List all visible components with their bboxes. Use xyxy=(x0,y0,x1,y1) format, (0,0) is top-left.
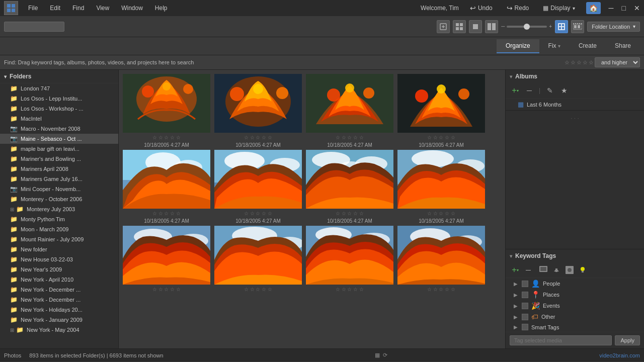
single-view-button[interactable] xyxy=(469,20,482,33)
keyword-item-places[interactable]: ▶ 📍 Places xyxy=(506,289,644,300)
sidebar-item-20[interactable]: 📁 New York - December ... xyxy=(0,285,118,295)
photo-cell[interactable]: ☆ ☆ ☆ ☆ ☆ 10/18/2005 4:27 AM xyxy=(306,150,393,224)
keyword-checkbox-places[interactable] xyxy=(522,292,528,298)
star-rating[interactable]: ☆ ☆ ☆ ☆ ☆ xyxy=(152,287,181,292)
status-icon-rotate[interactable]: ⟳ xyxy=(383,352,387,358)
keyword-item-smart-tags[interactable]: ▶ Smart Tags xyxy=(506,322,644,332)
star-5[interactable]: ☆ xyxy=(589,59,594,66)
sidebar-item-0[interactable]: 📁 London 747 xyxy=(0,83,118,94)
keyword-checkbox-smart[interactable] xyxy=(522,324,528,330)
sidebar-item-2[interactable]: 📁 Los Osos - Workshop - ... xyxy=(0,104,118,114)
tab-organize[interactable]: Organize xyxy=(497,39,539,53)
albums-remove-button[interactable]: ─ xyxy=(524,85,535,96)
albums-header[interactable]: ▾ Albums xyxy=(506,70,644,83)
keyword-checkbox-people[interactable] xyxy=(522,281,528,287)
star-rating[interactable]: ☆ ☆ ☆ ☆ ☆ xyxy=(336,211,364,216)
sidebar-item-18[interactable]: 📁 New Year's 2009 xyxy=(0,264,118,275)
keyword-checkbox-other[interactable] xyxy=(522,314,528,320)
sidebar-item-10[interactable]: 📷 Mini Cooper - Novemb... xyxy=(0,184,118,194)
sidebar-item-11[interactable]: 📁 Monterey - October 2006 xyxy=(0,194,118,204)
maximize-button[interactable]: □ xyxy=(622,4,626,12)
tab-share[interactable]: Share xyxy=(606,39,640,53)
star-4[interactable]: ☆ xyxy=(583,59,588,66)
sidebar-item-8[interactable]: 📁 Mariners April 2008 xyxy=(0,164,118,174)
photo-cell[interactable]: ☆ ☆ ☆ ☆ ☆ xyxy=(397,226,485,294)
photo-cell[interactable]: ☆ ☆ ☆ ☆ ☆ xyxy=(214,226,302,294)
dual-view-button[interactable] xyxy=(485,20,498,33)
tab-fix[interactable]: Fix ▾ xyxy=(539,39,570,53)
star-rating[interactable]: ☆ ☆ ☆ ☆ ☆ xyxy=(336,135,364,140)
sidebar-item-14[interactable]: 📁 Moon - March 2009 xyxy=(0,224,118,234)
menu-window[interactable]: Window xyxy=(119,4,145,13)
star-rating[interactable]: ☆ ☆ ☆ ☆ ☆ xyxy=(427,287,455,292)
photo-cell[interactable]: ☆ ☆ ☆ ☆ ☆ 10/18/2005 4:27 AM xyxy=(123,74,210,148)
keyword-add-button[interactable]: +▾ xyxy=(510,264,521,276)
grid-view-button[interactable] xyxy=(453,20,466,33)
albums-add-button[interactable]: +▾ xyxy=(510,85,521,96)
minimize-button[interactable]: ─ xyxy=(609,4,614,12)
photo-cell[interactable]: ☆ ☆ ☆ ☆ ☆ xyxy=(123,226,210,294)
photo-cell[interactable]: ☆ ☆ ☆ ☆ ☆ 10/18/2005 4:27 AM xyxy=(397,150,485,224)
photo-cell[interactable]: ☆ ☆ ☆ ☆ ☆ xyxy=(306,226,393,294)
star-rating[interactable]: ☆ ☆ ☆ ☆ ☆ xyxy=(244,135,272,140)
undo-button[interactable]: ↩ Undo xyxy=(467,3,496,13)
photo-cell[interactable]: ☆ ☆ ☆ ☆ ☆ 10/18/2005 4:27 AM xyxy=(397,74,485,148)
thumbnail-view-button[interactable] xyxy=(555,20,568,33)
home-button[interactable]: 🏠 xyxy=(586,2,601,14)
folder-location-dropdown[interactable]: Folder Location ▾ xyxy=(587,22,640,32)
sidebar-item-4[interactable]: 📷 Macro - November 2008 xyxy=(0,124,118,134)
status-icon-grid[interactable]: ▦ xyxy=(375,352,380,358)
keyword-item-events[interactable]: ▶ 🎉 Events xyxy=(506,300,644,311)
close-button[interactable]: ✕ xyxy=(634,4,640,12)
star-rating[interactable]: ☆ ☆ ☆ ☆ ☆ xyxy=(152,135,181,140)
album-item-last6months[interactable]: ▦ Last 6 Months xyxy=(506,99,644,110)
sidebar-item-17[interactable]: 📁 New House 03-22-03 xyxy=(0,254,118,264)
sidebar-item-21[interactable]: 📁 New York - December ... xyxy=(0,295,118,305)
star-rating[interactable]: ☆ ☆ ☆ ☆ ☆ xyxy=(244,211,272,216)
keyword-remove-button[interactable]: ─ xyxy=(523,264,534,276)
sidebar-item-12[interactable]: ⊞ 📁 Monterey July 2003 xyxy=(0,204,118,214)
photo-cell[interactable]: ☆ ☆ ☆ ☆ ☆ 10/18/2005 4:27 AM xyxy=(306,74,393,148)
keyword-export-button[interactable] xyxy=(564,264,575,276)
keyword-item-other[interactable]: ▶ 🏷 Other xyxy=(506,311,644,322)
menu-file[interactable]: File xyxy=(26,4,40,13)
sidebar-item-16[interactable]: 📁 New folder xyxy=(0,244,118,254)
menu-view[interactable]: View xyxy=(94,4,111,13)
sidebar-item-7[interactable]: 📁 Mariner's and Bowling ... xyxy=(0,154,118,164)
sidebar-item-19[interactable]: 📁 New York - April 2010 xyxy=(0,275,118,285)
photo-cell[interactable]: ☆ ☆ ☆ ☆ ☆ 10/18/2005 4:27 AM xyxy=(214,150,302,224)
star-3[interactable]: ☆ xyxy=(577,59,582,66)
sidebar-item-5[interactable]: 📷 Maine - Sebasco - Oct ... xyxy=(0,134,118,144)
keyword-item-people[interactable]: ▶ 👤 People xyxy=(506,278,644,289)
sidebar-item-22[interactable]: 📁 New York - Holidays 20... xyxy=(0,305,118,315)
sidebar-item-9[interactable]: 📁 Mariners Game July 16... xyxy=(0,174,118,184)
sidebar-item-13[interactable]: 📁 Monty Python Tim xyxy=(0,214,118,224)
sidebar-item-24[interactable]: ⊞ 📁 New York - May 2004 xyxy=(0,325,118,335)
tab-create[interactable]: Create xyxy=(570,39,606,53)
albums-settings-button[interactable]: ★ xyxy=(558,85,570,96)
sidebar-item-23[interactable]: 📁 New York - January 2009 xyxy=(0,315,118,325)
star-rating[interactable]: ☆ ☆ ☆ ☆ ☆ xyxy=(244,287,272,292)
menu-help[interactable]: Help xyxy=(153,4,170,13)
tag-input-field[interactable] xyxy=(510,335,612,345)
sidebar-item-15[interactable]: 📁 Mount Rainier - July 2009 xyxy=(0,234,118,244)
star-rating[interactable]: ☆ ☆ ☆ ☆ ☆ xyxy=(427,211,455,216)
folders-header[interactable]: ▾ Folders xyxy=(0,70,118,83)
sidebar-item-6[interactable]: 📁 maple bar gift on leavi... xyxy=(0,144,118,154)
albums-edit-button[interactable]: ✎ xyxy=(544,85,555,96)
menu-edit[interactable]: Edit xyxy=(48,4,62,13)
display-button[interactable]: ▦ Display ▾ xyxy=(540,4,578,13)
import-button[interactable] xyxy=(437,20,450,33)
sidebar-item-3[interactable]: 📁 MacIntel xyxy=(0,114,118,124)
zoom-slider[interactable] xyxy=(507,26,547,28)
keyword-light-button[interactable] xyxy=(577,264,588,276)
keyword-checkbox-events[interactable] xyxy=(522,303,528,309)
star-rating[interactable]: ☆ ☆ ☆ ☆ ☆ xyxy=(336,287,364,292)
star-rating[interactable]: ☆ ☆ ☆ ☆ ☆ xyxy=(427,135,455,140)
star-2[interactable]: ☆ xyxy=(571,59,576,66)
search-input[interactable] xyxy=(4,22,64,32)
sidebar-item-1[interactable]: 📁 Los Osos - Lepp Institu... xyxy=(0,94,118,104)
apply-tag-button[interactable]: Apply xyxy=(615,335,640,345)
rating-filter-dropdown[interactable]: and higher xyxy=(595,57,640,67)
menu-find[interactable]: Find xyxy=(70,4,86,13)
